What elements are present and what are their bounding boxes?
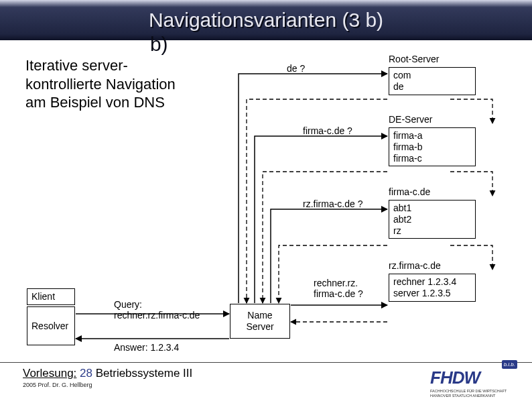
de-title: DE-Server <box>389 114 432 125</box>
logo-bib: b.i.b. <box>502 360 517 369</box>
q2-label: firma-c.de ? <box>303 125 352 136</box>
firmac-title: firma-c.de <box>389 186 430 197</box>
logo: FHDW b.i.b. FACHHOCHSCHULE FÜR DIE WIRTS… <box>430 365 517 398</box>
page-title: Navigationsvarianten (3 b) <box>149 9 383 31</box>
nameserver-box: Name Server <box>230 304 290 339</box>
q1-label: de ? <box>287 63 305 74</box>
q4-label: rechner.rz. firma-c.de ? <box>314 278 363 299</box>
answer-label: Answer: 1.2.3.4 <box>114 342 179 353</box>
logo-text: FHDW <box>430 367 480 388</box>
q3-label: rz.firma-c.de ? <box>303 198 362 209</box>
rz-items: rechner 1.2.3.4 server 1.2.3.5 <box>389 274 476 302</box>
lecture-label: Vorlesung: <box>23 367 76 380</box>
logo-sub2: HANNOVER STAATLICH ANERKANNT <box>430 394 517 398</box>
copyright: 2005 Prof. Dr. G. Hellberg <box>23 382 192 388</box>
firmac-items: abt1 abt2 rz <box>389 200 476 239</box>
footer: Vorlesung: 28 Betriebssysteme III 2005 P… <box>0 362 532 399</box>
lecture-line: Vorlesung: 28 Betriebssysteme III <box>23 367 192 380</box>
de-items: firma-a firma-b firma-c <box>389 127 476 166</box>
klient-box: Klient <box>27 288 75 305</box>
dns-diagram: Klient Resolver Query: rechner.rz.firma-… <box>27 40 516 355</box>
rz-title: rz.firma-c.de <box>389 260 441 271</box>
title-bar: Navigationsvarianten (3 b) Navigationsva… <box>0 0 532 40</box>
root-title: Root-Server <box>389 54 439 64</box>
logo-sub1: FACHHOCHSCHULE FÜR DIE WIRTSCHAFT <box>430 389 517 393</box>
lecture-num: 28 <box>76 367 95 380</box>
slide-body: Iterative server-kontrollierte Navigatio… <box>0 40 532 362</box>
resolver-box: Resolver <box>27 306 75 345</box>
lecture-title: Betriebssysteme III <box>96 367 193 380</box>
root-items: com de <box>389 67 476 95</box>
query-label: Query: rechner.rz.firma-c.de <box>114 299 200 321</box>
